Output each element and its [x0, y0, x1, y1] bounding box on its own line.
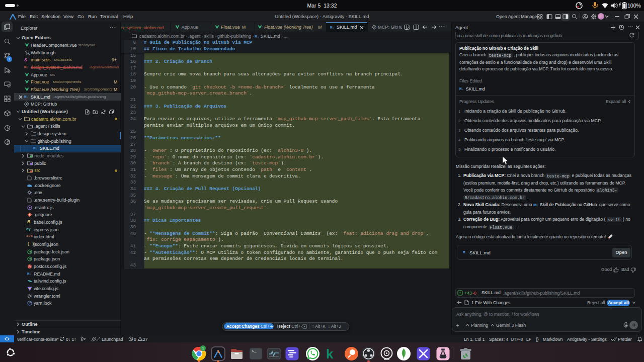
svg-text:>_: >_ [252, 349, 257, 353]
